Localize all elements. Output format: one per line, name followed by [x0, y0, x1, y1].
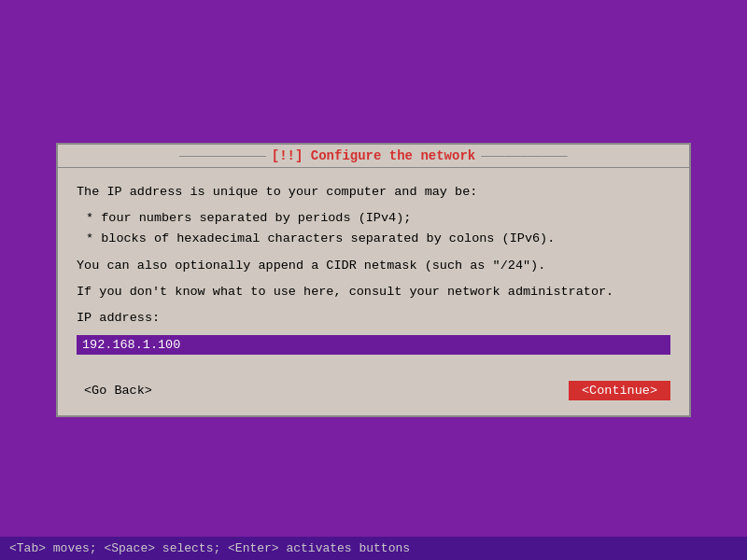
title-left-deco: ———————————: [179, 148, 265, 163]
bullet-item-1: * four numbers separated by periods (IPv…: [86, 209, 670, 228]
ip-address-input[interactable]: [77, 335, 670, 355]
title-right-deco: ———————————: [481, 148, 567, 163]
continue-button[interactable]: <Continue>: [569, 381, 670, 400]
dialog-title-bar: ——————————— [!!] Configure the network —…: [58, 145, 689, 168]
ip-label: IP address:: [77, 309, 670, 328]
dialog-title: [!!] Configure the network: [272, 148, 475, 163]
dialog-box: ——————————— [!!] Configure the network —…: [56, 143, 691, 418]
bullet-item-2: * blocks of hexadecimal characters separ…: [86, 230, 670, 248]
body-line1: The IP address is unique to your compute…: [77, 183, 670, 202]
status-bar-text: <Tab> moves; <Space> selects; <Enter> ac…: [9, 541, 410, 555]
body-line3: If you don't know what to use here, cons…: [77, 283, 670, 301]
button-row: <Go Back> <Continue>: [58, 370, 689, 415]
dialog-content: The IP address is unique to your compute…: [58, 168, 689, 371]
go-back-button[interactable]: <Go Back>: [77, 382, 160, 399]
body-line2: You can also optionally append a CIDR ne…: [77, 257, 670, 275]
status-bar: <Tab> moves; <Space> selects; <Enter> ac…: [0, 537, 747, 560]
bullet-list: * four numbers separated by periods (IPv…: [86, 209, 670, 249]
